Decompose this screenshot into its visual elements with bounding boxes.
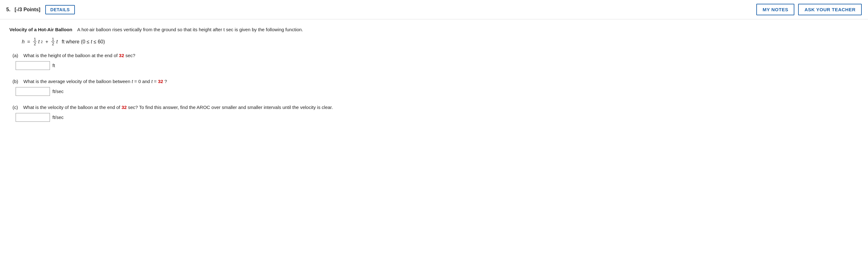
problem-description-line: Velocity of a Hot-Air Balloon A hot-air … — [9, 27, 428, 32]
part-b-block: (b) What is the average velocity of the … — [9, 79, 428, 96]
part-c-unit: ft/sec — [53, 115, 64, 120]
problem-intro: A hot-air balloon rises vertically from … — [78, 27, 303, 32]
fraction-one-half-t: 1 2 — [51, 37, 55, 47]
part-a-input-row: ft — [12, 61, 428, 70]
formula-block: h = 1 2 t2 + 1 2 t ft where (0 ≤ t ≤ 60) — [22, 37, 428, 47]
ask-teacher-button[interactable]: ASK YOUR TEACHER — [798, 4, 862, 15]
part-c-block: (c) What is the velocity of the balloon … — [9, 105, 428, 122]
formula-display: h = 1 2 t2 + 1 2 t ft where (0 ≤ t ≤ 60) — [22, 37, 428, 47]
fraction-one-half-t2: 1 2 — [33, 37, 36, 47]
my-notes-button[interactable]: MY NOTES — [756, 4, 794, 15]
header-left: 5. [-/3 Points] DETAILS — [6, 5, 75, 14]
part-c-highlight: 32 — [121, 105, 127, 110]
part-a-highlight: 32 — [119, 53, 124, 58]
problem-title: Velocity of a Hot-Air Balloon — [9, 27, 72, 32]
part-b-unit: ft/sec — [53, 89, 64, 94]
part-a-unit: ft — [53, 63, 55, 68]
part-a-input[interactable] — [16, 61, 50, 70]
header-right: MY NOTES ASK YOUR TEACHER — [756, 4, 862, 15]
part-a-block: (a) What is the height of the balloon at… — [9, 53, 428, 70]
part-c-input[interactable] — [16, 113, 50, 122]
part-b-label: (b) What is the average velocity of the … — [12, 79, 428, 84]
problem-number: 5. [-/3 Points] — [6, 7, 40, 12]
part-a-label: (a) What is the height of the balloon at… — [12, 53, 428, 58]
part-c-input-row: ft/sec — [12, 113, 428, 122]
page-wrapper: 5. [-/3 Points] DETAILS MY NOTES ASK YOU… — [0, 0, 868, 266]
content-area: Velocity of a Hot-Air Balloon A hot-air … — [0, 19, 437, 143]
part-b-input[interactable] — [16, 87, 50, 96]
part-b-highlight: 32 — [158, 79, 163, 84]
header-bar: 5. [-/3 Points] DETAILS MY NOTES ASK YOU… — [0, 0, 868, 19]
details-button[interactable]: DETAILS — [45, 5, 74, 14]
part-c-label: (c) What is the velocity of the balloon … — [12, 105, 428, 110]
part-b-input-row: ft/sec — [12, 87, 428, 96]
